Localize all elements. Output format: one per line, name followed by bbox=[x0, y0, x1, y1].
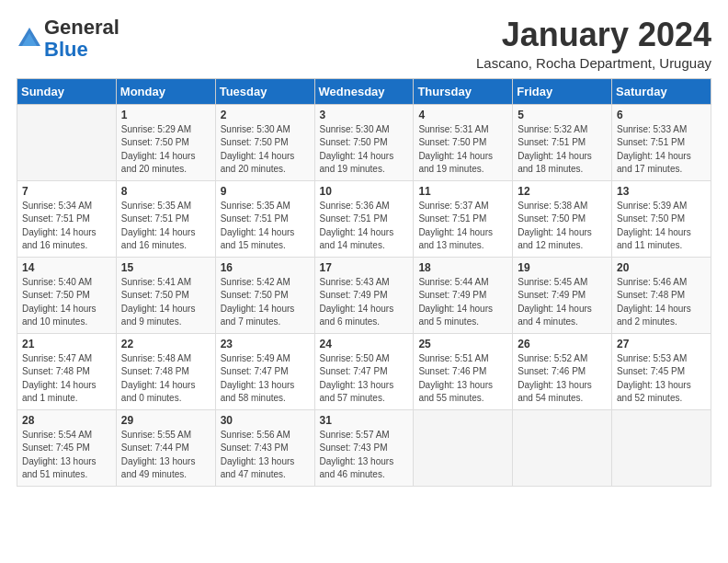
day-number: 21 bbox=[22, 338, 111, 350]
logo: General Blue bbox=[17, 17, 119, 61]
day-number: 9 bbox=[221, 185, 310, 198]
day-number: 31 bbox=[320, 414, 409, 427]
day-content: Sunrise: 5:41 AM Sunset: 7:50 PM Dayligh… bbox=[121, 276, 210, 329]
day-content: Sunrise: 5:50 AM Sunset: 7:47 PM Dayligh… bbox=[320, 352, 409, 406]
day-content: Sunrise: 5:51 AM Sunset: 7:46 PM Dayligh… bbox=[418, 352, 507, 406]
day-number: 13 bbox=[617, 185, 706, 198]
day-header-monday: Monday bbox=[116, 78, 215, 104]
day-number: 10 bbox=[320, 185, 409, 198]
calendar-week-row: 1Sunrise: 5:29 AM Sunset: 7:50 PM Daylig… bbox=[17, 104, 711, 180]
calendar-cell: 7Sunrise: 5:34 AM Sunset: 7:51 PM Daylig… bbox=[17, 180, 117, 257]
calendar-week-row: 7Sunrise: 5:34 AM Sunset: 7:51 PM Daylig… bbox=[17, 180, 711, 257]
title-block: January 2024 Lascano, Rocha Department, … bbox=[476, 17, 711, 71]
day-content: Sunrise: 5:33 AM Sunset: 7:51 PM Dayligh… bbox=[617, 123, 706, 177]
main-container: General Blue January 2024 Lascano, Rocha… bbox=[0, 0, 728, 496]
calendar-cell bbox=[17, 104, 117, 180]
day-content: Sunrise: 5:57 AM Sunset: 7:43 PM Dayligh… bbox=[320, 429, 409, 482]
calendar-cell: 1Sunrise: 5:29 AM Sunset: 7:50 PM Daylig… bbox=[116, 104, 215, 180]
logo-general-text: General bbox=[44, 16, 119, 39]
day-content: Sunrise: 5:56 AM Sunset: 7:43 PM Dayligh… bbox=[221, 429, 310, 482]
day-content: Sunrise: 5:52 AM Sunset: 7:46 PM Dayligh… bbox=[518, 352, 607, 406]
calendar-cell: 5Sunrise: 5:32 AM Sunset: 7:51 PM Daylig… bbox=[513, 104, 612, 180]
day-content: Sunrise: 5:42 AM Sunset: 7:50 PM Dayligh… bbox=[221, 276, 310, 329]
calendar-cell: 3Sunrise: 5:30 AM Sunset: 7:50 PM Daylig… bbox=[314, 104, 414, 180]
month-title: January 2024 bbox=[476, 17, 711, 53]
day-content: Sunrise: 5:32 AM Sunset: 7:51 PM Dayligh… bbox=[518, 123, 607, 177]
day-header-tuesday: Tuesday bbox=[215, 78, 314, 104]
calendar-cell bbox=[612, 409, 711, 486]
calendar-week-row: 28Sunrise: 5:54 AM Sunset: 7:45 PM Dayli… bbox=[17, 409, 711, 486]
calendar-cell bbox=[414, 409, 513, 486]
day-content: Sunrise: 5:35 AM Sunset: 7:51 PM Dayligh… bbox=[221, 200, 310, 253]
calendar-table: SundayMondayTuesdayWednesdayThursdayFrid… bbox=[17, 78, 711, 487]
calendar-cell: 21Sunrise: 5:47 AM Sunset: 7:48 PM Dayli… bbox=[17, 333, 117, 409]
day-content: Sunrise: 5:34 AM Sunset: 7:51 PM Dayligh… bbox=[22, 200, 111, 253]
day-number: 24 bbox=[320, 338, 409, 350]
calendar-cell: 8Sunrise: 5:35 AM Sunset: 7:51 PM Daylig… bbox=[116, 180, 215, 257]
day-content: Sunrise: 5:39 AM Sunset: 7:50 PM Dayligh… bbox=[617, 200, 706, 253]
day-number: 25 bbox=[418, 338, 507, 350]
day-header-friday: Friday bbox=[513, 78, 612, 104]
day-content: Sunrise: 5:43 AM Sunset: 7:49 PM Dayligh… bbox=[320, 276, 409, 329]
calendar-week-row: 14Sunrise: 5:40 AM Sunset: 7:50 PM Dayli… bbox=[17, 257, 711, 333]
calendar-cell: 25Sunrise: 5:51 AM Sunset: 7:46 PM Dayli… bbox=[414, 333, 513, 409]
header: General Blue January 2024 Lascano, Rocha… bbox=[17, 17, 711, 71]
logo-icon bbox=[17, 26, 42, 52]
day-number: 28 bbox=[22, 414, 111, 427]
calendar-cell: 23Sunrise: 5:49 AM Sunset: 7:47 PM Dayli… bbox=[215, 333, 314, 409]
day-content: Sunrise: 5:45 AM Sunset: 7:49 PM Dayligh… bbox=[518, 276, 607, 329]
calendar-header-row: SundayMondayTuesdayWednesdayThursdayFrid… bbox=[17, 78, 711, 104]
day-number: 17 bbox=[320, 261, 409, 274]
day-number: 3 bbox=[320, 109, 409, 121]
day-number: 20 bbox=[617, 261, 706, 274]
day-content: Sunrise: 5:55 AM Sunset: 7:44 PM Dayligh… bbox=[121, 429, 210, 482]
day-content: Sunrise: 5:31 AM Sunset: 7:50 PM Dayligh… bbox=[418, 123, 507, 177]
calendar-cell: 30Sunrise: 5:56 AM Sunset: 7:43 PM Dayli… bbox=[215, 409, 314, 486]
day-number: 11 bbox=[418, 185, 507, 198]
day-number: 2 bbox=[221, 109, 310, 121]
calendar-cell: 22Sunrise: 5:48 AM Sunset: 7:48 PM Dayli… bbox=[116, 333, 215, 409]
day-header-wednesday: Wednesday bbox=[314, 78, 414, 104]
day-number: 29 bbox=[121, 414, 210, 427]
subtitle: Lascano, Rocha Department, Uruguay bbox=[476, 55, 711, 71]
day-number: 16 bbox=[221, 261, 310, 274]
calendar-cell: 4Sunrise: 5:31 AM Sunset: 7:50 PM Daylig… bbox=[414, 104, 513, 180]
calendar-cell: 18Sunrise: 5:44 AM Sunset: 7:49 PM Dayli… bbox=[414, 257, 513, 333]
day-content: Sunrise: 5:38 AM Sunset: 7:50 PM Dayligh… bbox=[518, 200, 607, 253]
calendar-cell: 9Sunrise: 5:35 AM Sunset: 7:51 PM Daylig… bbox=[215, 180, 314, 257]
calendar-cell: 2Sunrise: 5:30 AM Sunset: 7:50 PM Daylig… bbox=[215, 104, 314, 180]
day-content: Sunrise: 5:47 AM Sunset: 7:48 PM Dayligh… bbox=[22, 352, 111, 406]
calendar-cell: 20Sunrise: 5:46 AM Sunset: 7:48 PM Dayli… bbox=[612, 257, 711, 333]
calendar-cell: 6Sunrise: 5:33 AM Sunset: 7:51 PM Daylig… bbox=[612, 104, 711, 180]
day-header-saturday: Saturday bbox=[612, 78, 711, 104]
day-number: 4 bbox=[418, 109, 507, 121]
day-number: 6 bbox=[617, 109, 706, 121]
calendar-cell: 15Sunrise: 5:41 AM Sunset: 7:50 PM Dayli… bbox=[116, 257, 215, 333]
calendar-cell: 24Sunrise: 5:50 AM Sunset: 7:47 PM Dayli… bbox=[314, 333, 414, 409]
calendar-cell: 16Sunrise: 5:42 AM Sunset: 7:50 PM Dayli… bbox=[215, 257, 314, 333]
day-number: 7 bbox=[22, 185, 111, 198]
day-number: 26 bbox=[518, 338, 607, 350]
logo-blue-text: Blue bbox=[44, 38, 88, 61]
day-content: Sunrise: 5:40 AM Sunset: 7:50 PM Dayligh… bbox=[22, 276, 111, 329]
day-content: Sunrise: 5:29 AM Sunset: 7:50 PM Dayligh… bbox=[121, 123, 210, 177]
day-content: Sunrise: 5:44 AM Sunset: 7:49 PM Dayligh… bbox=[418, 276, 507, 329]
calendar-cell: 19Sunrise: 5:45 AM Sunset: 7:49 PM Dayli… bbox=[513, 257, 612, 333]
calendar-cell: 31Sunrise: 5:57 AM Sunset: 7:43 PM Dayli… bbox=[314, 409, 414, 486]
day-number: 18 bbox=[418, 261, 507, 274]
calendar-cell: 26Sunrise: 5:52 AM Sunset: 7:46 PM Dayli… bbox=[513, 333, 612, 409]
day-number: 14 bbox=[22, 261, 111, 274]
day-content: Sunrise: 5:46 AM Sunset: 7:48 PM Dayligh… bbox=[617, 276, 706, 329]
day-content: Sunrise: 5:30 AM Sunset: 7:50 PM Dayligh… bbox=[320, 123, 409, 177]
calendar-week-row: 21Sunrise: 5:47 AM Sunset: 7:48 PM Dayli… bbox=[17, 333, 711, 409]
calendar-cell: 14Sunrise: 5:40 AM Sunset: 7:50 PM Dayli… bbox=[17, 257, 117, 333]
day-number: 27 bbox=[617, 338, 706, 350]
calendar-cell: 13Sunrise: 5:39 AM Sunset: 7:50 PM Dayli… bbox=[612, 180, 711, 257]
day-number: 22 bbox=[121, 338, 210, 350]
day-content: Sunrise: 5:35 AM Sunset: 7:51 PM Dayligh… bbox=[121, 200, 210, 253]
calendar-cell: 10Sunrise: 5:36 AM Sunset: 7:51 PM Dayli… bbox=[314, 180, 414, 257]
calendar-cell: 12Sunrise: 5:38 AM Sunset: 7:50 PM Dayli… bbox=[513, 180, 612, 257]
calendar-cell bbox=[513, 409, 612, 486]
day-number: 30 bbox=[221, 414, 310, 427]
day-content: Sunrise: 5:53 AM Sunset: 7:45 PM Dayligh… bbox=[617, 352, 706, 406]
